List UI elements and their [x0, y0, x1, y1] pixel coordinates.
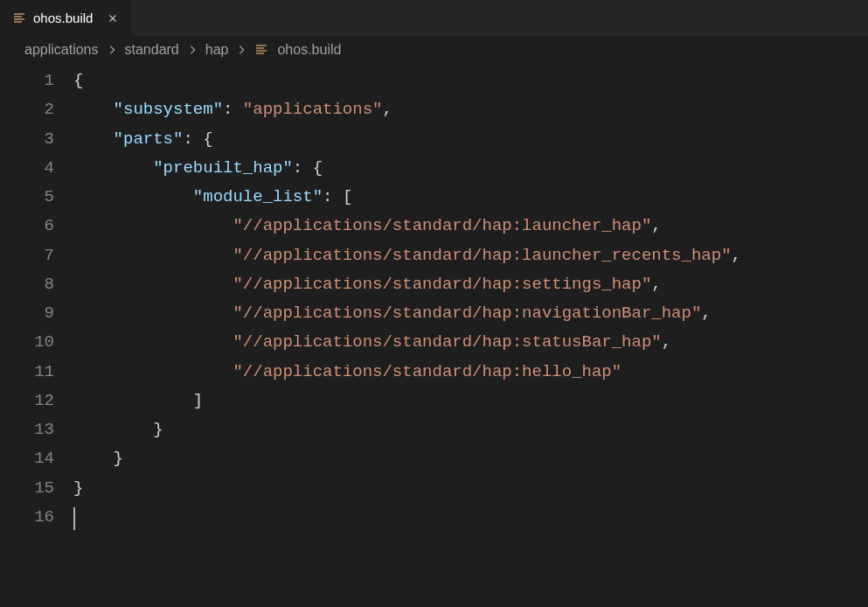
code-line[interactable]: "//applications/standard/hap:hello_hap"	[73, 358, 868, 387]
code-token: :	[223, 100, 243, 119]
code-token: {	[203, 129, 212, 149]
code-line[interactable]: }	[73, 474, 868, 503]
code-token: "//applications/standard/hap:launcher_ha…	[233, 216, 651, 235]
breadcrumb-segment[interactable]: standard	[125, 42, 179, 58]
line-number: 14	[0, 444, 54, 473]
line-number: 7	[0, 241, 54, 270]
code-token: "//applications/standard/hap:launcher_re…	[233, 246, 731, 265]
code-content[interactable]: { "subsystem": "applications", "parts": …	[73, 66, 868, 607]
code-token: "subsystem"	[114, 100, 223, 119]
code-token: "//applications/standard/hap:hello_hap"	[233, 362, 621, 381]
code-token: ,	[382, 100, 392, 119]
code-token: "module_list"	[193, 187, 323, 206]
code-token: "//applications/standard/hap:statusBar_h…	[233, 332, 661, 352]
code-line[interactable]: "prebuilt_hap": {	[73, 154, 868, 183]
chevron-right-icon	[186, 44, 198, 56]
text-lines-icon	[12, 11, 26, 25]
breadcrumb: applications standard hap ohos.build	[0, 37, 868, 66]
code-token: ,	[732, 246, 741, 265]
code-token: {	[73, 71, 83, 90]
code-token: "prebuilt_hap"	[153, 158, 293, 178]
line-number: 15	[0, 474, 54, 503]
code-line[interactable]: "//applications/standard/hap:launcher_ha…	[73, 212, 868, 241]
code-token: {	[313, 158, 323, 178]
line-number: 12	[0, 387, 54, 415]
code-token: "applications"	[243, 100, 383, 119]
code-token: :	[323, 187, 343, 206]
tab-close-button[interactable]	[105, 10, 121, 26]
line-number: 13	[0, 415, 54, 444]
code-token: ,	[651, 216, 661, 235]
code-line[interactable]: "subsystem": "applications",	[73, 95, 868, 124]
code-line[interactable]: "//applications/standard/hap:navigationB…	[73, 299, 868, 328]
code-line[interactable]: ]	[73, 387, 868, 415]
tab-filename: ohos.build	[33, 10, 93, 25]
code-editor[interactable]: 12345678910111213141516 { "subsystem": "…	[0, 66, 868, 607]
code-token: "//applications/standard/hap:settings_ha…	[233, 275, 651, 294]
line-number: 8	[0, 270, 54, 299]
tab-bar: ohos.build	[0, 0, 868, 37]
code-token: :	[183, 129, 203, 149]
text-cursor	[73, 507, 75, 530]
line-number: 11	[0, 358, 54, 387]
text-lines-icon	[254, 43, 268, 57]
code-line[interactable]	[73, 503, 868, 532]
chevron-right-icon	[235, 44, 247, 56]
code-line[interactable]: "//applications/standard/hap:launcher_re…	[73, 241, 868, 270]
code-line[interactable]: "//applications/standard/hap:settings_ha…	[73, 270, 868, 299]
line-number: 6	[0, 212, 54, 241]
code-line[interactable]: }	[73, 444, 868, 473]
tab-ohos-build[interactable]: ohos.build	[0, 0, 132, 36]
breadcrumb-segment[interactable]: applications	[24, 42, 99, 58]
line-number: 4	[0, 154, 54, 183]
code-line[interactable]: }	[73, 415, 868, 444]
code-line[interactable]: "parts": {	[73, 125, 868, 154]
code-token: ,	[651, 275, 661, 294]
line-number: 5	[0, 183, 54, 212]
line-number-gutter: 12345678910111213141516	[0, 66, 73, 607]
code-token: }	[153, 420, 163, 439]
code-token: :	[293, 158, 313, 178]
code-token: "parts"	[114, 129, 184, 149]
line-number: 16	[0, 503, 54, 532]
line-number: 9	[0, 299, 54, 328]
code-token: ]	[193, 391, 203, 410]
breadcrumb-segment[interactable]: hap	[205, 42, 229, 58]
code-token: "//applications/standard/hap:navigationB…	[233, 304, 701, 323]
breadcrumb-file[interactable]: ohos.build	[277, 42, 341, 58]
chevron-right-icon	[106, 44, 118, 56]
code-token: ,	[701, 304, 711, 323]
code-token: }	[114, 449, 123, 468]
line-number: 2	[0, 95, 54, 124]
code-line[interactable]: "//applications/standard/hap:statusBar_h…	[73, 328, 868, 357]
code-line[interactable]: {	[73, 66, 868, 95]
line-number: 3	[0, 125, 54, 154]
code-token: }	[73, 478, 83, 498]
line-number: 1	[0, 66, 54, 95]
code-token: ,	[662, 332, 671, 352]
code-line[interactable]: "module_list": [	[73, 183, 868, 212]
code-token: [	[343, 187, 352, 206]
line-number: 10	[0, 328, 54, 357]
